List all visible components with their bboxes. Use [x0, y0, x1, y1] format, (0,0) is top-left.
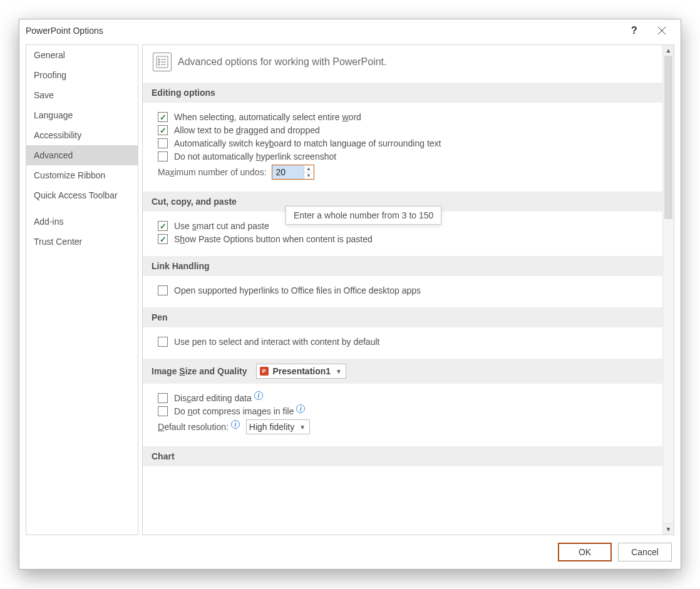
undo-tooltip: Enter a whole number from 3 to 150 — [286, 206, 441, 225]
powerpoint-file-icon: P — [259, 366, 269, 376]
svg-point-5 — [158, 61, 160, 63]
checkbox-open-links[interactable] — [158, 285, 168, 295]
page-header-text: Advanced options for working with PowerP… — [178, 56, 387, 68]
sidebar-item-quick-access-toolbar[interactable]: Quick Access Toolbar — [26, 185, 138, 205]
sidebar-item-customize-ribbon[interactable]: Customize Ribbon — [26, 165, 138, 185]
sidebar-item-advanced[interactable]: Advanced — [26, 145, 138, 165]
label-discard-editing: Discard editing data — [174, 393, 252, 403]
label-no-hyperlink: Do not automatically hyperlink screensho… — [174, 151, 336, 161]
sidebar-item-general[interactable]: General — [26, 45, 138, 65]
advanced-options-icon — [153, 53, 172, 71]
default-resolution-label: Default resolution: — [158, 422, 229, 432]
label-select-word: When selecting, automatically select ent… — [174, 112, 361, 122]
checkbox-drag-drop[interactable] — [158, 125, 168, 135]
label-auto-keyboard: Automatically switch keyboard to match l… — [174, 138, 441, 148]
info-icon[interactable]: i — [296, 404, 305, 413]
undo-input[interactable] — [272, 165, 304, 179]
checkbox-discard-editing[interactable] — [158, 393, 168, 403]
dialog-footer: OK Cancel — [19, 535, 681, 569]
svg-point-7 — [158, 64, 160, 65]
sidebar-item-trust-center[interactable]: Trust Center — [26, 232, 138, 252]
chevron-down-icon: ▼ — [336, 368, 342, 375]
checkbox-no-hyperlink[interactable] — [158, 151, 168, 161]
checkbox-smart-cut[interactable] — [158, 221, 168, 231]
window-title: PowerPoint Options — [26, 26, 620, 36]
ok-button[interactable]: OK — [558, 543, 612, 561]
label-drag-drop: Allow text to be dragged and dropped — [174, 125, 320, 135]
sidebar-item-save[interactable]: Save — [26, 85, 138, 105]
label-paste-options: Show Paste Options button when content i… — [174, 234, 373, 244]
category-sidebar: General Proofing Save Language Accessibi… — [26, 44, 138, 535]
checkbox-paste-options[interactable] — [158, 234, 168, 244]
help-button[interactable]: ? — [620, 19, 648, 42]
scroll-up-icon[interactable]: ▲ — [663, 45, 674, 56]
label-smart-cut: Use smart cut and paste — [174, 221, 269, 231]
sidebar-item-accessibility[interactable]: Accessibility — [26, 125, 138, 145]
sidebar-item-proofing[interactable]: Proofing — [26, 65, 138, 85]
scroll-thumb[interactable] — [664, 56, 672, 219]
sidebar-item-language[interactable]: Language — [26, 105, 138, 125]
undo-spinner[interactable]: ▲▼ — [272, 165, 314, 180]
cancel-button[interactable]: Cancel — [618, 543, 672, 561]
options-dialog: PowerPoint Options ? General Proofing Sa… — [19, 19, 681, 570]
section-editing-header: Editing options — [143, 83, 662, 103]
label-open-links: Open supported hyperlinks to Office file… — [174, 285, 421, 295]
info-icon[interactable]: i — [254, 391, 263, 400]
spinner-down-icon[interactable]: ▼ — [304, 173, 314, 180]
spinner-up-icon[interactable]: ▲ — [304, 165, 314, 173]
titlebar: PowerPoint Options ? — [19, 19, 681, 42]
checkbox-no-compress[interactable] — [158, 406, 168, 416]
chevron-down-icon: ▼ — [299, 424, 306, 431]
section-link-header: Link Handling — [143, 256, 662, 276]
checkbox-select-word[interactable] — [158, 112, 168, 122]
checkbox-pen-select[interactable] — [158, 337, 168, 347]
section-image-header: Image Size and Quality P Presentation1 ▼ — [143, 359, 662, 384]
label-no-compress: Do not compress images in file — [174, 406, 294, 416]
close-button[interactable] — [648, 19, 676, 42]
image-target-dropdown[interactable]: P Presentation1 ▼ — [256, 364, 347, 379]
vertical-scrollbar[interactable]: ▲ ▼ — [662, 45, 674, 535]
section-pen-header: Pen — [143, 307, 662, 327]
sidebar-item-add-ins[interactable]: Add-ins — [26, 212, 138, 232]
options-content: Advanced options for working with PowerP… — [143, 45, 662, 535]
svg-point-3 — [158, 59, 160, 60]
checkbox-auto-keyboard[interactable] — [158, 138, 168, 148]
section-chart-header: Chart — [143, 446, 662, 466]
label-pen-select: Use pen to select and interact with cont… — [174, 337, 379, 347]
scroll-down-icon[interactable]: ▼ — [663, 523, 674, 535]
default-resolution-dropdown[interactable]: High fidelity ▼ — [246, 419, 310, 434]
info-icon[interactable]: i — [231, 420, 240, 429]
undo-label: Maximum number of undos: — [158, 167, 267, 177]
